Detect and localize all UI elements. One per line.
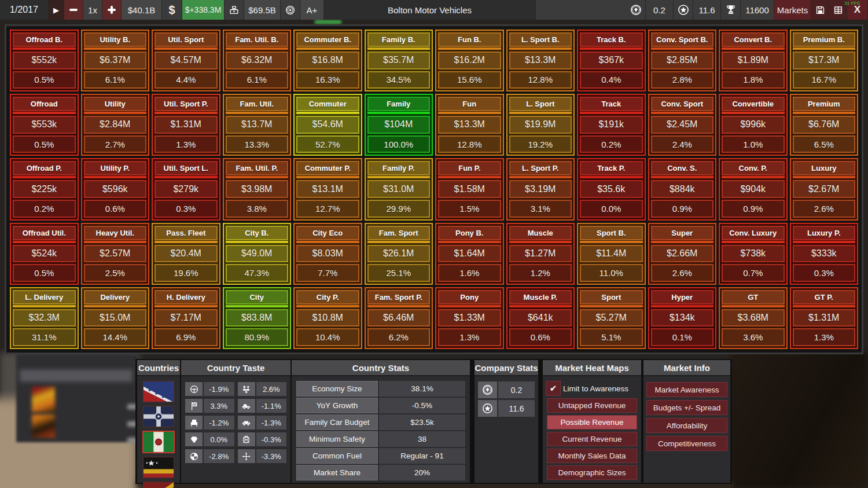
market-cell[interactable]: Muscle$1.27M1.2% [506, 223, 575, 285]
market-cell[interactable]: Family B.$35.7M34.5% [365, 30, 433, 91]
market-cell[interactable]: Heavy Util.$2.57M2.5% [81, 223, 150, 285]
market-info-button-affordability[interactable]: Affordability [646, 418, 727, 433]
market-cell[interactable]: City Eco$8.03M7.7% [293, 223, 362, 285]
limit-to-awareness-checkbox[interactable]: ✔ [546, 381, 561, 396]
market-cell[interactable]: Delivery$15.0M14.4% [81, 287, 150, 349]
market-cell[interactable]: Offroad Util.$524k0.5% [10, 223, 79, 285]
market-cell[interactable]: Conv. Sport B.$2.85M2.8% [648, 30, 717, 91]
market-cell[interactable]: GT P.$1.31M1.3% [790, 287, 859, 349]
market-info-button-market-awareness[interactable]: Market Awareness [646, 382, 727, 397]
market-cell[interactable]: Luxury P.$333k0.3% [790, 223, 859, 285]
market-cell[interactable]: Muscle P.$641k0.6% [506, 287, 575, 349]
revenue-button[interactable] [225, 0, 244, 20]
star-medal-icon [677, 3, 690, 16]
market-name: L. Sport P. [509, 161, 572, 175]
market-cell[interactable]: Premium$6.76M6.5% [790, 94, 859, 156]
market-cell[interactable]: Offroad$553k0.5% [10, 94, 79, 156]
market-cell[interactable]: City B.$49.0M47.3% [223, 223, 292, 285]
market-cell[interactable]: L. Sport$19.9M19.2% [506, 94, 575, 156]
armchair-icon [185, 416, 203, 430]
market-cell[interactable]: GT$3.68M3.6% [719, 287, 788, 349]
score-button[interactable] [721, 0, 741, 20]
country-flag-flag-green-white-green[interactable] [142, 431, 175, 453]
market-cell[interactable]: Utility$2.84M2.7% [81, 94, 150, 156]
market-cell[interactable]: L. Delivery$32.3M31.1% [10, 287, 79, 349]
market-cell[interactable]: Sport B.$11.4M11.0% [577, 223, 646, 285]
heatmap-button-monthly-sales-data[interactable]: Monthly Sales Data [547, 449, 637, 463]
market-cell[interactable]: Convertible$996k1.0% [719, 94, 788, 156]
market-cell[interactable]: Fam. Util. B.$6.32M6.1% [223, 30, 292, 91]
market-cell[interactable]: Luxury$2.67M2.6% [790, 158, 859, 220]
market-cell[interactable]: Fam. Util. P.$3.98M3.8% [223, 158, 292, 220]
country-flag-flag-black-star-tricolor[interactable] [143, 457, 174, 478]
market-cell[interactable]: Utility B.$6.37M6.1% [81, 30, 150, 91]
market-cell[interactable]: Super$2.66M2.6% [648, 223, 717, 285]
cell-divider [509, 241, 572, 243]
stats-row: YoY Growth-0.5% [296, 398, 465, 413]
market-cell[interactable]: Util. Sport$4.57M4.4% [152, 30, 220, 91]
market-cell[interactable]: Util. Sport L.$279k0.3% [152, 158, 220, 220]
heatmap-button-current-revenue[interactable]: Current Revenue [547, 432, 637, 446]
market-cell[interactable]: Fun P.$1.58M1.5% [435, 158, 504, 220]
heatmap-button-possible-revenue[interactable]: Possible Revenue [547, 415, 637, 430]
market-cell[interactable]: Pony B.$1.64M1.6% [435, 223, 504, 285]
market-percent: 6.2% [367, 328, 431, 346]
loans-button[interactable] [281, 0, 300, 20]
market-cell[interactable]: Commuter B.$16.8M16.3% [293, 30, 362, 91]
market-cell[interactable]: Fun B.$16.2M15.6% [435, 30, 504, 91]
market-cell[interactable]: Offroad P.$225k0.2% [10, 158, 79, 220]
market-cell[interactable]: Track B.$367k0.4% [577, 30, 646, 91]
market-cell[interactable]: L. Sport P.$3.19M3.1% [506, 158, 575, 220]
market-cell[interactable]: Util. Sport P.$1.31M1.3% [152, 94, 220, 156]
market-cell[interactable]: Conv. Luxury$738k0.7% [719, 223, 788, 285]
market-cell[interactable]: Premium B.$17.3M16.7% [790, 30, 859, 91]
save-button[interactable] [811, 0, 829, 20]
markets-button[interactable]: Markets [774, 0, 811, 20]
market-cell[interactable]: City$83.8M80.9% [223, 287, 292, 349]
market-cell[interactable]: Fam. Sport$26.1M25.1% [365, 223, 433, 285]
market-cell[interactable]: Family$104M100.0% [365, 94, 433, 156]
market-cell[interactable]: Family P.$31.0M29.9% [365, 158, 433, 220]
market-cell[interactable]: Conv. Sport$2.45M2.4% [648, 94, 717, 156]
market-info-button-competitiveness[interactable]: Competitiveness [646, 436, 727, 451]
market-cell[interactable]: Conv. S.$884k0.9% [648, 158, 717, 220]
prestige-button[interactable] [674, 0, 693, 20]
market-percent: 0.4% [580, 71, 643, 89]
market-cell[interactable]: Commuter P.$13.1M12.7% [293, 158, 362, 220]
market-cell[interactable]: H. Delivery$7.17M6.9% [152, 287, 220, 349]
market-cell[interactable]: Offroad B.$552k0.5% [10, 30, 79, 91]
country-flag-flag-rays-star[interactable] [143, 482, 174, 488]
dollar-icon: $ [168, 3, 175, 17]
market-info-button-budgets-spread[interactable]: Budgets +/- Spread [646, 400, 727, 415]
market-cell[interactable]: Track P.$35.6k0.0% [577, 158, 646, 220]
speed-decrease-button[interactable] [64, 0, 83, 20]
heatmap-button-untapped-revenue[interactable]: Untapped Revenue [547, 398, 637, 413]
market-percent: 16.3% [296, 71, 359, 89]
speed-increase-button[interactable] [102, 0, 122, 20]
market-cell[interactable]: Sport$5.27M5.1% [577, 287, 646, 349]
market-cell[interactable]: Fun$13.3M12.8% [435, 94, 504, 156]
market-cell[interactable]: Hyper$134k0.1% [648, 287, 717, 349]
taste-value: -1.2% [204, 416, 234, 430]
market-cell[interactable]: Convert B.$1.89M1.8% [719, 30, 788, 91]
market-cell[interactable]: Pony$1.33M1.3% [435, 287, 504, 349]
steering-wheel-icon [185, 382, 203, 396]
country-stats-title: Country Stats [292, 360, 470, 376]
heatmap-button-demographic-sizes[interactable]: Demographic Sizes [547, 465, 637, 480]
market-cell[interactable]: Fam. Util.$13.7M13.3% [223, 94, 292, 156]
country-flag-flag-naval-cross[interactable] [143, 406, 174, 427]
market-cell[interactable]: Pass. Fleet$20.4M19.6% [152, 223, 220, 285]
finances-button[interactable]: $ [162, 0, 182, 20]
market-cell[interactable]: Commuter$54.6M52.7% [293, 94, 362, 156]
market-cell[interactable]: Fam. Sport P.$6.46M6.2% [365, 287, 433, 349]
country-flag-flag-diagonal-stars[interactable] [143, 381, 174, 402]
play-button[interactable]: ▶ [49, 0, 64, 20]
market-cell[interactable]: City P.$10.8M10.4% [293, 287, 362, 349]
market-cell[interactable]: Utility P.$596k0.6% [81, 158, 150, 220]
image-rating-button[interactable] [626, 0, 646, 20]
market-cell[interactable]: Conv. P.$904k0.9% [719, 158, 788, 220]
market-name: Util. Sport P. [155, 97, 218, 111]
market-cell[interactable]: L. Sport B.$13.3M12.8% [506, 30, 575, 91]
market-revenue: $1.58M [438, 180, 501, 198]
market-cell[interactable]: Track$191k0.2% [577, 94, 646, 156]
